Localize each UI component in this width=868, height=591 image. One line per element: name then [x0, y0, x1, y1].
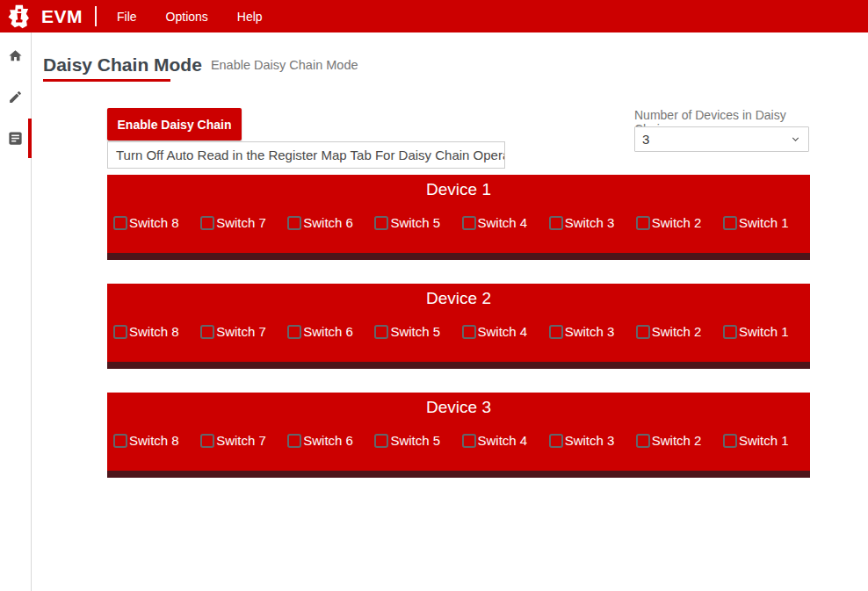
- switch-item[interactable]: Switch 3: [549, 215, 636, 230]
- switch-label: Switch 7: [216, 433, 266, 448]
- switch-checkbox[interactable]: [636, 434, 650, 448]
- switch-checkbox[interactable]: [200, 325, 214, 339]
- device-panel: Device 1 Switch 8 Switch 7 Switch 6 Swit…: [107, 175, 810, 260]
- switch-item[interactable]: Switch 8: [113, 433, 200, 448]
- switch-label: Switch 6: [303, 215, 353, 230]
- content-area: Enable Daisy Chain Turn Off Auto Read in…: [107, 108, 810, 478]
- ti-logo-icon: [5, 4, 32, 29]
- switch-item[interactable]: Switch 4: [462, 433, 549, 448]
- switch-label: Switch 5: [390, 324, 440, 339]
- device-title: Device 3: [107, 393, 810, 417]
- switch-item[interactable]: Switch 7: [200, 215, 287, 230]
- switch-item[interactable]: Switch 6: [287, 215, 374, 230]
- switch-checkbox[interactable]: [287, 216, 301, 230]
- device-strip: [107, 362, 810, 369]
- menu-item-options[interactable]: Options: [166, 10, 208, 24]
- switch-item[interactable]: Switch 5: [374, 324, 461, 339]
- switch-label: Switch 6: [303, 324, 353, 339]
- switch-checkbox[interactable]: [374, 325, 388, 339]
- home-icon: [7, 48, 24, 63]
- switch-checkbox[interactable]: [374, 216, 388, 230]
- switch-checkbox[interactable]: [462, 325, 476, 339]
- switch-checkbox[interactable]: [374, 434, 388, 448]
- switch-item[interactable]: Switch 4: [462, 324, 549, 339]
- sidebar-item-home[interactable]: [7, 47, 25, 63]
- switch-item[interactable]: Switch 7: [200, 433, 287, 448]
- enable-daisy-chain-button[interactable]: Enable Daisy Chain: [107, 108, 242, 141]
- switch-label: Switch 5: [390, 433, 440, 448]
- switch-label: Switch 3: [565, 215, 615, 230]
- auto-read-info-message: Turn Off Auto Read in the Register Map T…: [107, 141, 505, 169]
- switch-item[interactable]: Switch 5: [374, 433, 461, 448]
- edit-icon: [8, 90, 23, 105]
- switch-checkbox[interactable]: [200, 434, 214, 448]
- switch-checkbox[interactable]: [636, 325, 650, 339]
- header-separator: [95, 6, 97, 26]
- switch-label: Switch 8: [129, 215, 179, 230]
- sidebar-active-indicator: [28, 119, 32, 158]
- switch-item[interactable]: Switch 6: [287, 433, 374, 448]
- switch-checkbox[interactable]: [549, 216, 563, 230]
- page-head: Daisy Chain Mode Enable Daisy Chain Mode: [43, 54, 868, 82]
- switch-item[interactable]: Switch 2: [636, 324, 723, 339]
- sidebar-item-register-map[interactable]: [7, 130, 25, 146]
- page-subtitle: Enable Daisy Chain Mode: [211, 58, 358, 72]
- evm-app-window: EVM File Options Help Daisy: [0, 0, 868, 591]
- switch-item[interactable]: Switch 5: [374, 215, 461, 230]
- page-title-wrap: Daisy Chain Mode: [43, 54, 202, 82]
- switch-label: Switch 1: [739, 433, 789, 448]
- switch-label: Switch 3: [565, 433, 615, 448]
- menu-item-file[interactable]: File: [117, 10, 137, 24]
- switch-checkbox[interactable]: [723, 325, 737, 339]
- register-map-icon: [7, 130, 24, 147]
- switch-item[interactable]: Switch 1: [723, 433, 810, 448]
- switch-checkbox[interactable]: [549, 325, 563, 339]
- menu-bar: File Options Help: [117, 10, 263, 24]
- switch-label: Switch 1: [739, 324, 789, 339]
- switch-item[interactable]: Switch 2: [636, 215, 723, 230]
- device-count-select[interactable]: 3: [634, 126, 809, 152]
- switch-label: Switch 4: [478, 215, 528, 230]
- switch-checkbox[interactable]: [200, 216, 214, 230]
- switch-row: Switch 8 Switch 7 Switch 6 Switch 5 Swit…: [107, 199, 810, 253]
- switch-item[interactable]: Switch 2: [636, 433, 723, 448]
- switch-checkbox[interactable]: [287, 434, 301, 448]
- switch-item[interactable]: Switch 1: [723, 324, 810, 339]
- switch-item[interactable]: Switch 1: [723, 215, 810, 230]
- page-title: Daisy Chain Mode: [43, 54, 202, 76]
- switch-checkbox[interactable]: [113, 216, 127, 230]
- switch-item[interactable]: Switch 7: [200, 324, 287, 339]
- switch-item[interactable]: Switch 4: [462, 215, 549, 230]
- switch-checkbox[interactable]: [462, 434, 476, 448]
- switch-item[interactable]: Switch 8: [113, 324, 200, 339]
- switch-item[interactable]: Switch 3: [549, 433, 636, 448]
- switch-item[interactable]: Switch 3: [549, 324, 636, 339]
- device-count-select-wrap: 3: [634, 126, 809, 152]
- switch-item[interactable]: Switch 6: [287, 324, 374, 339]
- switch-label: Switch 1: [739, 215, 789, 230]
- switch-item[interactable]: Switch 8: [113, 215, 200, 230]
- switch-label: Switch 6: [303, 433, 353, 448]
- switch-checkbox[interactable]: [549, 434, 563, 448]
- page-title-underline: [43, 79, 170, 82]
- switch-checkbox[interactable]: [113, 325, 127, 339]
- switch-checkbox[interactable]: [113, 434, 127, 448]
- switch-label: Switch 5: [390, 215, 440, 230]
- switch-label: Switch 2: [652, 433, 702, 448]
- switch-label: Switch 8: [129, 324, 179, 339]
- switch-row: Switch 8 Switch 7 Switch 6 Switch 5 Swit…: [107, 308, 810, 362]
- sidebar-item-edit[interactable]: [7, 89, 25, 105]
- switch-label: Switch 4: [478, 433, 528, 448]
- switch-checkbox[interactable]: [723, 216, 737, 230]
- device-title: Device 2: [107, 284, 810, 308]
- switch-checkbox[interactable]: [287, 325, 301, 339]
- app-header: EVM File Options Help: [0, 0, 868, 32]
- switch-checkbox[interactable]: [636, 216, 650, 230]
- sidebar: [0, 32, 32, 591]
- switch-checkbox[interactable]: [723, 434, 737, 448]
- app-title: EVM: [41, 6, 83, 27]
- main-content: Daisy Chain Mode Enable Daisy Chain Mode…: [33, 32, 868, 591]
- switch-checkbox[interactable]: [462, 216, 476, 230]
- menu-item-help[interactable]: Help: [237, 10, 263, 24]
- switch-label: Switch 8: [129, 433, 179, 448]
